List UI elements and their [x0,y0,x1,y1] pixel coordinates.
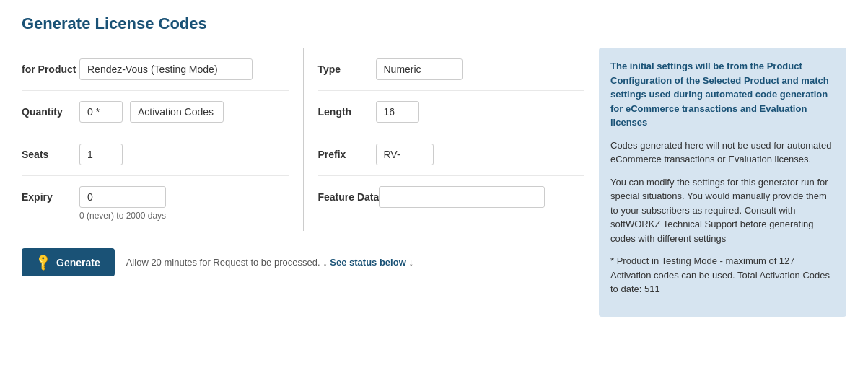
info-para1: Codes generated here will not be used fo… [610,139,835,167]
prefix-label: Prefix [318,149,376,160]
quantity-label: Quantity [22,106,79,118]
feature-data-input[interactable] [379,186,545,208]
length-label: Length [318,106,376,118]
info-para2: You can modify the settings for this gen… [610,175,835,246]
prefix-input[interactable] [376,144,434,165]
hint-text: Allow 20 minutes for Request to be proce… [126,257,320,268]
for-product-label: for Product [22,63,79,75]
generate-button-label: Generate [56,257,100,268]
activation-codes-input[interactable] [130,101,224,123]
feature-data-label: Feature Data [318,191,380,203]
see-status-link[interactable]: See status below [330,257,405,268]
arrow-down-2: ↓ [408,257,413,268]
expiry-input[interactable] [79,186,166,208]
info-highlight: The initial settings will be from the Pr… [610,61,829,128]
seats-label: Seats [22,149,79,160]
info-panel: The initial settings will be from the Pr… [599,48,846,317]
type-label: Type [318,63,376,75]
page-title: Generate License Codes [22,14,846,33]
quantity-input[interactable] [79,101,123,123]
generate-hint: Allow 20 minutes for Request to be proce… [126,257,413,268]
expiry-hint: 0 (never) to 2000 days [22,211,166,221]
info-para3: * Product in Testing Mode - maximum of 1… [610,254,835,297]
generate-button[interactable]: 🔑 Generate [22,248,115,276]
arrow-down-1: ↓ [323,257,330,268]
expiry-label: Expiry [22,191,79,203]
seats-input[interactable] [79,144,123,165]
length-input[interactable] [376,101,419,123]
type-input[interactable] [376,58,463,80]
for-product-input[interactable] [79,58,253,80]
key-icon: 🔑 [33,253,53,273]
